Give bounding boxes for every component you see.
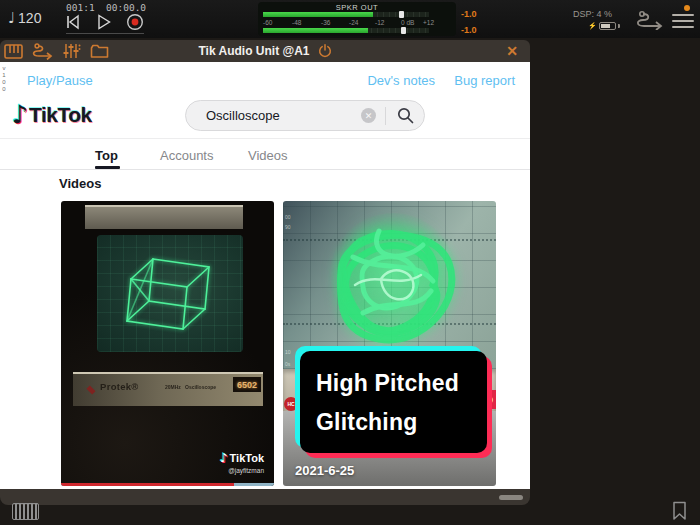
- tiktok-note-icon: ♪: [12, 102, 28, 127]
- plugin-window-header[interactable]: Tik Audio Unit @A1 ✕: [0, 40, 530, 62]
- brand-logo-icon: [86, 385, 95, 394]
- rewind-button[interactable]: [64, 13, 82, 31]
- tempo-value: 120: [18, 10, 41, 26]
- charging-bolt-icon: ⚡: [588, 22, 597, 30]
- close-button[interactable]: ✕: [502, 41, 522, 61]
- tiktok-logo: ♪ TikTok: [12, 102, 92, 127]
- tempo-display[interactable]: ♩120: [8, 9, 41, 27]
- play-pause-link[interactable]: Play/Pause: [27, 73, 93, 88]
- battery-icon: ⚡: [588, 22, 620, 30]
- clear-search-button[interactable]: ✕: [361, 108, 376, 123]
- peak-readout-right: -1.0: [461, 25, 477, 35]
- devs-notes-link[interactable]: Dev's notes: [367, 73, 435, 88]
- transport-underline: [66, 33, 144, 34]
- divider: [0, 169, 530, 170]
- tick-label: -12: [375, 19, 384, 26]
- fader-handle-right[interactable]: [401, 27, 406, 34]
- plugin-window: Tik Audio Unit @A1 ✕ v100 Play/Pause Dev…: [0, 40, 530, 505]
- tick-label: -60: [263, 19, 272, 26]
- plugin-title: Tik Audio Unit @A1: [198, 44, 309, 58]
- scope-model-display: 6502: [233, 377, 261, 392]
- quarter-note-icon: ♩: [8, 9, 15, 27]
- play-button[interactable]: [96, 13, 112, 31]
- record-button[interactable]: [126, 13, 144, 31]
- transport-toolbar: ♩120 001:1 00:00.0 SPKR OUT -60 -48 -36 …: [0, 0, 700, 38]
- scope-brand-label: Protek®: [100, 381, 139, 392]
- tiktok-watermark: ♪ TikTok @jayfitzman: [220, 451, 264, 474]
- watermark-brand: TikTok: [230, 452, 264, 464]
- caption-line: Glitching: [316, 403, 487, 442]
- tick-label: -36: [321, 19, 330, 26]
- tiktok-wordmark: TikTok: [29, 103, 92, 127]
- search-value: Oscilloscope: [206, 108, 361, 123]
- oscilloscope-screen: 00 90 10 0s: [283, 201, 496, 369]
- search-input[interactable]: Oscilloscope ✕: [185, 100, 425, 131]
- bookmark-icon[interactable]: [672, 501, 687, 521]
- watermark-handle: @jayfitzman: [220, 467, 264, 474]
- search-icon: [397, 107, 414, 124]
- caption-line: High Pitched: [316, 364, 487, 403]
- oscilloscope-screen: [97, 235, 243, 352]
- video-thumbnail-cube[interactable]: Protek® 20MHz Oscilloscope 6502 ♪ TikTok…: [61, 201, 274, 486]
- tiktok-note-icon: ♪: [220, 451, 228, 465]
- meter-scale: -60 -48 -36 -24 -12 0 dB +12: [263, 19, 435, 27]
- plugin-content: v100 Play/Pause Dev's notes Bug report ♪…: [0, 62, 530, 489]
- caption-text: High Pitched Glitching: [300, 351, 487, 453]
- fader-handle-left[interactable]: [399, 11, 404, 18]
- resize-scroll-handle[interactable]: [499, 495, 523, 500]
- tick-label: -24: [349, 19, 358, 26]
- video-progress-bar[interactable]: [61, 483, 274, 486]
- meter-bar-left: [263, 12, 429, 17]
- tab-accounts[interactable]: Accounts: [160, 148, 213, 163]
- cube-waveform: [97, 235, 243, 352]
- tick-label: -48: [292, 19, 301, 26]
- tick-label: 0 dB: [401, 19, 414, 26]
- tab-videos[interactable]: Videos: [248, 148, 288, 163]
- plugin-version-label: v100: [1, 65, 7, 93]
- scope-spec-label: Oscilloscope: [185, 384, 216, 390]
- dsp-load-label: DSP: 4 %: [573, 9, 612, 19]
- peak-readout-left: -1.0: [461, 9, 477, 19]
- oscilloscope-front-panel: Protek® 20MHz Oscilloscope 6502: [73, 372, 263, 406]
- output-meter[interactable]: SPKR OUT -60 -48 -36 -24 -12 0 dB +12: [258, 2, 456, 36]
- video-date: 2021-6-25: [295, 463, 354, 478]
- scribble-sphere-waveform: [283, 201, 496, 369]
- bug-report-link[interactable]: Bug report: [454, 73, 515, 88]
- tab-top[interactable]: Top: [95, 148, 118, 163]
- notification-dot: [684, 5, 690, 11]
- videos-section-heading: Videos: [59, 176, 101, 191]
- scope-spec-label: 20MHz: [165, 384, 181, 390]
- search-result-tabs: Top Accounts Videos: [0, 148, 530, 170]
- tick-label: +12: [423, 19, 434, 26]
- power-button[interactable]: [318, 44, 332, 58]
- caption-card: High Pitched Glitching: [300, 351, 487, 453]
- plugin-window-footer[interactable]: [0, 489, 530, 505]
- menu-button[interactable]: [672, 14, 694, 32]
- time-position-display: 001:1 00:00.0: [66, 2, 146, 13]
- keyboard-toggle-button[interactable]: [12, 503, 39, 520]
- meter-label: SPKR OUT: [258, 3, 456, 12]
- video-thumbnail-glitch[interactable]: 00 90 10 0s: [283, 201, 496, 486]
- search-button[interactable]: [386, 107, 424, 124]
- oscilloscope-top: [85, 205, 243, 229]
- divider: [0, 138, 530, 139]
- routing-icon[interactable]: [636, 10, 666, 30]
